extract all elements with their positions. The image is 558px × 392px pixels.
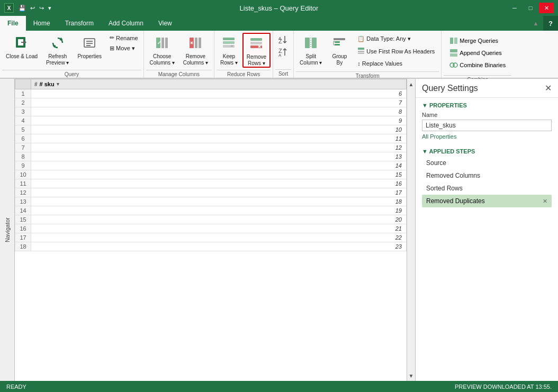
scroll-up-btn[interactable]: ▲: [407, 80, 416, 88]
qs-steps-list: SourceRemoved ColumnsSorted Rows Removed…: [422, 157, 552, 207]
split-column-button[interactable]: SplitColumn ▾: [296, 33, 326, 68]
qs-properties-section: ▼ PROPERTIES Name All Properties: [416, 98, 558, 144]
save-quick-btn[interactable]: 💾: [17, 4, 28, 13]
main-content: Navigator # # sku ▾: [0, 79, 558, 381]
append-queries-button[interactable]: Append Queries: [447, 47, 508, 59]
data-grid-container: # # sku ▾ 1 6 2 7 3 8 4 9 5: [15, 79, 407, 381]
applied-step[interactable]: Source: [422, 157, 552, 169]
close-button[interactable]: ✕: [539, 3, 554, 13]
table-row: 15 20: [15, 215, 407, 224]
svg-text:Z: Z: [278, 38, 282, 44]
split-column-label: SplitColumn ▾: [300, 53, 322, 66]
properties-button[interactable]: Properties: [74, 33, 105, 68]
choose-columns-button[interactable]: ✓ ChooseColumns ▾: [146, 33, 178, 68]
step-delete-icon[interactable]: ✕: [543, 198, 547, 205]
combine-binaries-button[interactable]: Combine Binaries: [447, 59, 508, 71]
choose-columns-icon: ✓: [155, 35, 169, 52]
row-number: 10: [15, 170, 31, 179]
redo-quick-btn[interactable]: ↪: [38, 4, 46, 13]
tab-add-column[interactable]: Add Column: [101, 16, 151, 31]
qs-steps-header: ▼ APPLIED STEPS: [422, 148, 552, 154]
step-name: Sorted Rows: [426, 185, 463, 192]
ribbon-forward-btn[interactable]: ▲: [528, 16, 543, 31]
row-number: 9: [15, 161, 31, 170]
sku-value: 15: [31, 170, 407, 179]
step-name: Removed Duplicates: [426, 197, 485, 205]
svg-rect-43: [358, 53, 364, 54]
remove-rows-label: RemoveRows ▾: [247, 54, 266, 67]
maximize-button[interactable]: □: [523, 3, 538, 13]
remove-rows-button[interactable]: RemoveRows ▾: [242, 33, 271, 68]
close-load-button[interactable]: Close & Load: [2, 33, 41, 68]
replace-values-button[interactable]: ↕ Replace Values: [354, 59, 438, 68]
move-button[interactable]: ⊞ Move ▾: [106, 43, 141, 53]
rename-button[interactable]: ✏ Rename: [106, 33, 141, 43]
col-dropdown-btn[interactable]: ▾: [57, 81, 59, 87]
table-row: 6 11: [15, 134, 407, 143]
tab-file[interactable]: File: [0, 16, 26, 31]
qs-all-properties-link[interactable]: All Properties: [422, 133, 552, 140]
table-row: 11 16: [15, 179, 407, 188]
append-icon: [449, 49, 458, 57]
remove-rows-icon: [249, 36, 264, 53]
applied-step[interactable]: Removed Columns: [422, 169, 552, 182]
ribbon: File Home Transform Add Column View ▲ ?: [0, 16, 558, 79]
group-by-button[interactable]: GroupBy: [327, 33, 352, 68]
vertical-scroll-area[interactable]: ▲ ▼: [407, 79, 415, 381]
table-row: 1 6: [15, 89, 407, 98]
transform-options: 📋 Data Type: Any ▾ Use First Row As Head…: [353, 33, 439, 69]
query-group-items: Close & Load RefreshPreview ▾: [2, 33, 141, 69]
sku-column-header[interactable]: # # sku ▾: [31, 79, 407, 89]
sku-value: 13: [31, 152, 407, 161]
qs-close-button[interactable]: ✕: [545, 83, 552, 93]
undo-quick-btn[interactable]: ↩: [29, 4, 37, 13]
row-number: 13: [15, 197, 31, 206]
sort-desc-button[interactable]: Z A: [275, 46, 291, 59]
row-number: 8: [15, 152, 31, 161]
sku-value: 12: [31, 143, 407, 152]
properties-label: Properties: [77, 53, 102, 60]
minimize-button[interactable]: ─: [507, 3, 522, 13]
query-group-label: Query: [2, 70, 141, 78]
scroll-down-btn[interactable]: ▼: [407, 371, 416, 380]
sku-value: 23: [31, 242, 407, 251]
combine-binaries-label: Combine Binaries: [460, 62, 506, 68]
combine-buttons: Merge Queries Append Queries: [444, 33, 511, 73]
merge-queries-button[interactable]: Merge Queries: [447, 35, 508, 47]
excel-icon: X: [4, 3, 14, 13]
keep-rows-button[interactable]: KeepRows ▾: [217, 33, 241, 68]
status-right: PREVIEW DOWNLOADED AT 13:55.: [455, 384, 552, 390]
data-type-button[interactable]: 📋 Data Type: Any ▾: [354, 34, 438, 44]
qs-name-label: Name: [422, 112, 552, 118]
qs-name-input[interactable]: [422, 120, 552, 131]
title-bar-left: X 💾 ↩ ↪ ▾: [4, 3, 53, 13]
svg-rect-12: [195, 38, 197, 48]
applied-step[interactable]: Removed Duplicates ✕: [422, 195, 552, 207]
table-row: 12 17: [15, 188, 407, 197]
sku-value: 10: [31, 125, 407, 134]
step-name: Source: [426, 159, 446, 167]
use-first-row-button[interactable]: Use First Row As Headers: [354, 45, 438, 57]
help-button[interactable]: ?: [543, 16, 558, 31]
remove-columns-button[interactable]: RemoveColumns ▾: [179, 33, 212, 68]
sku-value: 6: [31, 89, 407, 98]
tab-view[interactable]: View: [151, 16, 179, 31]
refresh-preview-button[interactable]: RefreshPreview ▾: [42, 33, 73, 68]
dropdown-quick-btn[interactable]: ▾: [47, 4, 53, 13]
move-icon: ⊞: [110, 45, 114, 52]
sort-asc-button[interactable]: A Z: [275, 33, 291, 45]
query-settings-panel: Query Settings ✕ ▼ PROPERTIES Name All P…: [415, 79, 558, 381]
navigator-panel[interactable]: Navigator: [0, 79, 15, 381]
sku-value: 16: [31, 179, 407, 188]
tab-transform[interactable]: Transform: [58, 16, 101, 31]
manage-columns-group: ✓ ChooseColumns ▾: [144, 31, 215, 78]
data-grid[interactable]: # # sku ▾ 1 6 2 7 3 8 4 9 5: [15, 79, 407, 381]
table-row: 18 23: [15, 242, 407, 251]
svg-rect-9: [165, 38, 168, 48]
tab-home[interactable]: Home: [26, 16, 58, 31]
applied-step[interactable]: Sorted Rows: [422, 182, 552, 195]
table-row: 9 14: [15, 161, 407, 170]
svg-rect-33: [312, 38, 317, 48]
data-table: # # sku ▾ 1 6 2 7 3 8 4 9 5: [15, 79, 407, 251]
data-type-label: Data Type: Any ▾: [366, 35, 410, 42]
